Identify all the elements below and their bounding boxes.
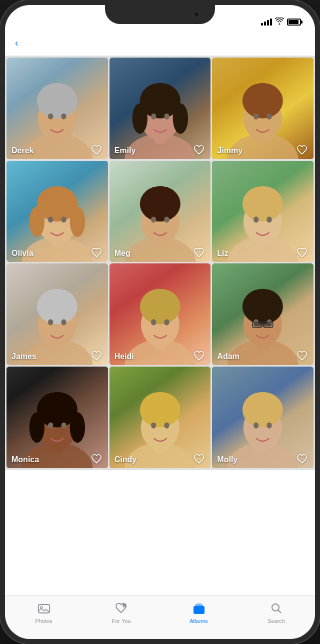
svg-point-26 bbox=[254, 113, 258, 119]
svg-point-46 bbox=[151, 216, 156, 222]
svg-point-70 bbox=[140, 289, 180, 325]
person-monica[interactable]: Monica bbox=[6, 367, 108, 468]
back-button[interactable]: ‹ bbox=[15, 37, 22, 49]
svg-point-102 bbox=[140, 392, 180, 428]
heart-button-emily[interactable] bbox=[192, 143, 206, 156]
svg-point-13 bbox=[132, 103, 147, 134]
wifi-icon bbox=[275, 18, 284, 26]
tab-photos-icon bbox=[37, 601, 51, 615]
tab-albums-icon bbox=[192, 601, 206, 615]
person-name-adam: Adam bbox=[217, 352, 239, 361]
svg-point-73 bbox=[151, 319, 156, 326]
svg-point-17 bbox=[151, 113, 156, 119]
camera-dot bbox=[193, 11, 200, 18]
tab-for-you[interactable]: + For You bbox=[82, 601, 160, 624]
person-name-olivia: Olivia bbox=[12, 249, 34, 258]
photo-liz: Liz bbox=[212, 161, 314, 262]
svg-point-115 bbox=[267, 422, 272, 428]
photo-adam: Adam bbox=[212, 263, 314, 365]
heart-button-derek[interactable] bbox=[90, 143, 103, 156]
svg-point-19 bbox=[158, 122, 162, 125]
person-name-liz: Liz bbox=[217, 249, 228, 258]
heart-button-molly[interactable] bbox=[296, 452, 308, 465]
svg-point-93 bbox=[70, 412, 85, 443]
person-emily[interactable]: Emily bbox=[110, 58, 211, 159]
svg-point-66 bbox=[55, 328, 59, 331]
svg-point-57 bbox=[261, 225, 265, 228]
svg-point-114 bbox=[254, 422, 258, 428]
svg-rect-121 bbox=[194, 606, 204, 614]
person-name-jimmy: Jimmy bbox=[217, 146, 242, 155]
nav-header: ‹ bbox=[5, 30, 315, 56]
svg-point-34 bbox=[70, 206, 85, 237]
heart-button-adam[interactable] bbox=[296, 349, 308, 362]
heart-button-james[interactable] bbox=[90, 349, 103, 362]
photo-heidi: Heidi bbox=[110, 263, 211, 365]
tab-bar: Photos + For You Albums Search bbox=[5, 595, 315, 639]
notch bbox=[105, 5, 215, 24]
svg-point-8 bbox=[55, 122, 59, 125]
svg-point-23 bbox=[242, 83, 283, 119]
svg-point-79 bbox=[242, 289, 283, 325]
person-name-derek: Derek bbox=[12, 146, 34, 155]
svg-point-38 bbox=[61, 216, 66, 222]
person-name-james: James bbox=[12, 352, 36, 361]
tab-photos[interactable]: Photos bbox=[5, 601, 82, 624]
person-derek[interactable]: Derek bbox=[6, 58, 108, 159]
svg-point-92 bbox=[30, 412, 44, 443]
photo-monica: Monica bbox=[6, 367, 108, 468]
tab-albums[interactable]: Albums bbox=[160, 601, 238, 624]
person-olivia[interactable]: Olivia bbox=[6, 161, 108, 262]
svg-rect-122 bbox=[195, 604, 203, 606]
signal-bars-icon bbox=[261, 19, 272, 26]
person-heidi[interactable]: Heidi bbox=[110, 263, 211, 365]
person-james[interactable]: James bbox=[6, 263, 108, 365]
phone-inner: ‹ bbox=[5, 5, 315, 639]
svg-point-52 bbox=[242, 186, 283, 221]
svg-point-43 bbox=[140, 186, 180, 221]
heart-button-monica[interactable] bbox=[90, 452, 103, 465]
heart-button-olivia[interactable] bbox=[90, 246, 103, 259]
svg-point-107 bbox=[158, 431, 162, 434]
heart-button-liz[interactable] bbox=[296, 246, 308, 259]
photo-james: James bbox=[6, 263, 108, 365]
person-name-monica: Monica bbox=[12, 455, 39, 464]
tab-search-label: Search bbox=[268, 618, 285, 624]
svg-point-39 bbox=[55, 225, 59, 228]
heart-button-cindy[interactable] bbox=[192, 452, 206, 465]
tab-search-icon bbox=[270, 601, 284, 615]
person-jimmy[interactable]: Jimmy bbox=[212, 58, 314, 159]
svg-point-56 bbox=[267, 216, 272, 222]
svg-point-111 bbox=[242, 392, 283, 428]
person-meg[interactable]: Meg bbox=[110, 161, 211, 262]
svg-point-61 bbox=[37, 289, 78, 325]
person-molly[interactable]: Molly bbox=[212, 367, 314, 468]
person-name-cindy: Cindy bbox=[114, 455, 136, 464]
person-liz[interactable]: Liz bbox=[212, 161, 314, 262]
photo-olivia: Olivia bbox=[6, 161, 108, 262]
person-adam[interactable]: Adam bbox=[212, 263, 314, 365]
svg-point-74 bbox=[164, 319, 169, 326]
photo-cindy: Cindy bbox=[110, 367, 211, 468]
svg-point-6 bbox=[48, 113, 53, 119]
svg-point-27 bbox=[267, 113, 272, 119]
person-cindy[interactable]: Cindy bbox=[110, 367, 211, 468]
heart-button-heidi[interactable] bbox=[192, 349, 206, 362]
phone-frame: ‹ bbox=[0, 0, 320, 644]
tab-photos-label: Photos bbox=[35, 618, 52, 624]
svg-point-18 bbox=[164, 113, 169, 119]
svg-point-65 bbox=[61, 319, 66, 326]
svg-rect-117 bbox=[38, 604, 50, 613]
person-name-heidi: Heidi bbox=[114, 352, 134, 361]
svg-rect-85 bbox=[254, 324, 272, 327]
svg-point-48 bbox=[158, 225, 162, 228]
heart-button-meg[interactable] bbox=[192, 246, 206, 259]
tab-albums-label: Albums bbox=[190, 618, 208, 624]
tab-search[interactable]: Search bbox=[238, 601, 315, 624]
heart-button-jimmy[interactable] bbox=[296, 143, 308, 156]
person-name-molly: Molly bbox=[217, 455, 238, 464]
svg-point-98 bbox=[55, 431, 59, 434]
svg-rect-123 bbox=[196, 603, 202, 604]
svg-point-116 bbox=[261, 431, 265, 434]
svg-point-3 bbox=[37, 83, 78, 119]
